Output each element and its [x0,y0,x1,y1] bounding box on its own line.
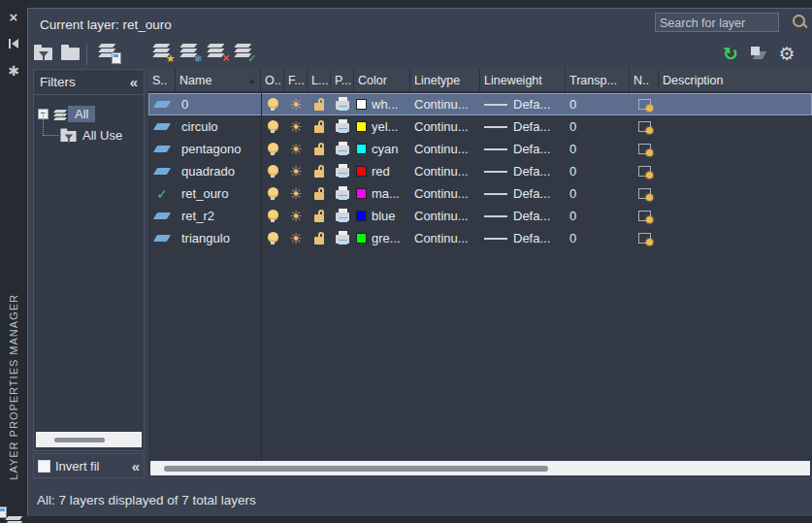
layer-plot-toggle[interactable] [331,138,354,160]
layer-row[interactable]: quadrado ☀ red Continu... Defa... 0 [148,160,812,182]
layer-lock-toggle[interactable] [308,138,331,160]
filters-horizontal-scrollbar[interactable] [36,432,142,447]
column-header-description[interactable]: Description [659,69,812,93]
layer-plot-toggle[interactable] [331,227,354,249]
layer-lineweight-cell[interactable]: Defa... [480,160,566,182]
layer-color-cell[interactable]: wh... [354,93,410,115]
collapse-invert-icon[interactable]: « [132,458,140,474]
layer-freeze-toggle[interactable]: ☀ [284,160,308,182]
layer-on-toggle[interactable] [261,227,284,249]
layer-status-cell[interactable] [148,115,176,138]
layer-on-toggle[interactable] [261,93,284,115]
layer-plot-toggle[interactable] [331,93,354,115]
layer-status-cell[interactable] [148,227,176,249]
column-header-on[interactable]: O.. [261,69,284,93]
layer-status-cell[interactable] [148,93,176,115]
layer-row[interactable]: ret_r2 ☀ blue Continu... Defa... 0 [148,205,812,227]
layer-lock-toggle[interactable] [308,93,331,115]
layer-new-vp-freeze-cell[interactable] [630,138,659,160]
new-layer-vp-frozen-button[interactable]: ❄ [177,43,201,66]
layer-name[interactable]: ret_ouro [176,182,261,205]
layer-lineweight-cell[interactable]: Defa... [480,227,566,249]
layer-linetype-cell[interactable]: Continu... [410,205,480,227]
layer-transparency-cell[interactable]: 0 [566,182,630,205]
layer-linetype-cell[interactable]: Continu... [410,115,480,138]
layer-on-toggle[interactable] [261,160,284,182]
layer-row[interactable]: ✓ ret_ouro ☀ ma... Continu... Defa... 0 [148,182,812,205]
layer-color-cell[interactable]: ma... [354,182,410,205]
column-header-color[interactable]: Color [354,69,410,93]
close-icon[interactable]: × [0,6,27,27]
layer-search-input[interactable] [656,15,786,32]
layer-linetype-cell[interactable]: Continu... [410,93,480,115]
layer-plot-toggle[interactable] [331,182,354,205]
layer-plot-toggle[interactable] [331,115,354,138]
search-icon[interactable] [793,15,805,27]
layer-name[interactable]: triangulo [176,227,261,249]
layer-new-vp-freeze-cell[interactable] [630,115,659,138]
layer-states-manager-button[interactable] [95,43,119,66]
layer-freeze-toggle[interactable]: ☀ [284,205,308,227]
settings-gear-icon[interactable]: ⚙ [774,41,799,66]
layer-on-toggle[interactable] [261,182,284,205]
layer-description-cell[interactable] [659,227,812,249]
layer-lock-toggle[interactable] [308,227,331,249]
layer-lock-toggle[interactable] [308,205,331,227]
layer-new-vp-freeze-cell[interactable] [630,93,659,115]
set-current-layer-button[interactable]: ✓ [231,43,255,66]
layer-transparency-cell[interactable]: 0 [566,227,630,249]
filter-item-all-used[interactable]: All Use [34,124,144,146]
auto-hide-icon[interactable] [0,33,27,54]
layer-transparency-cell[interactable]: 0 [566,115,630,138]
column-header-linetype[interactable]: Linetype [410,69,480,93]
layer-color-cell[interactable]: red [354,160,410,182]
layer-row[interactable]: pentagono ☀ cyan Continu... Defa... 0 [148,138,812,160]
layer-color-cell[interactable]: gre... [354,227,410,249]
layer-freeze-toggle[interactable]: ☀ [284,115,308,138]
layer-linetype-cell[interactable]: Continu... [410,138,480,160]
layer-linetype-cell[interactable]: Continu... [410,160,480,182]
layer-name[interactable]: pentagono [176,138,261,160]
column-header-lock[interactable]: L... [308,69,331,93]
layer-freeze-toggle[interactable]: ☀ [284,227,308,249]
layer-new-vp-freeze-cell[interactable] [630,205,659,227]
layer-status-cell[interactable] [148,160,176,182]
layer-freeze-toggle[interactable]: ☀ [284,138,308,160]
layer-on-toggle[interactable] [261,138,284,160]
layer-on-toggle[interactable] [261,205,284,227]
layer-lineweight-cell[interactable]: Defa... [480,182,566,205]
layer-new-vp-freeze-cell[interactable] [630,160,659,182]
layer-plot-toggle[interactable] [331,160,354,182]
properties-pinwheel-icon[interactable]: ✱ [0,60,27,82]
layer-transparency-cell[interactable]: 0 [566,93,630,115]
layer-status-cell[interactable]: ✓ [148,182,176,205]
new-layer-button[interactable]: ★ [149,43,174,66]
new-group-filter-button[interactable] [58,43,82,66]
layer-freeze-toggle[interactable]: ☀ [284,182,308,205]
filters-scrollbar-thumb[interactable] [54,438,105,442]
new-property-filter-button[interactable] [31,43,55,66]
column-header-new-vp[interactable]: N.. [630,69,659,93]
layer-row[interactable]: triangulo ☀ gre... Continu... Defa... 0 [148,227,812,249]
collapse-filters-icon[interactable]: « [130,74,138,90]
layer-lock-toggle[interactable] [308,160,331,182]
layer-color-cell[interactable]: blue [354,205,410,227]
layer-list-scrollbar-thumb[interactable] [164,466,548,472]
filter-all-label[interactable]: All [68,106,95,122]
layer-name[interactable]: 0 [176,93,261,115]
layer-lineweight-cell[interactable]: Defa... [480,138,566,160]
layer-on-toggle[interactable] [261,115,284,138]
layer-description-cell[interactable] [659,160,812,182]
layer-name[interactable]: quadrado [176,160,261,182]
layer-lock-toggle[interactable] [308,115,331,138]
column-header-name[interactable]: Name▲ [176,69,261,93]
layer-description-cell[interactable] [659,182,812,205]
layer-color-cell[interactable]: yel... [354,115,410,138]
layer-status-cell[interactable] [148,205,176,227]
layer-description-cell[interactable] [659,93,812,115]
invert-filter-checkbox[interactable] [38,460,50,473]
layer-linetype-cell[interactable]: Continu... [410,227,480,249]
column-header-status[interactable]: S.. [148,69,176,93]
layer-linetype-cell[interactable]: Continu... [410,182,480,205]
layer-transparency-cell[interactable]: 0 [566,205,630,227]
